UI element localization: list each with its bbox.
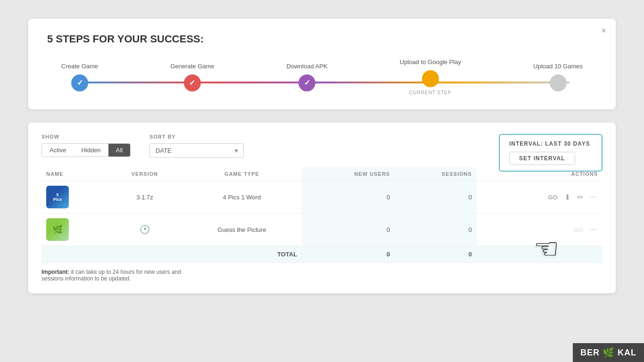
table-row: 5Pics 3.1.7z 4 Pics 1 Word 0 0 GO ⬇ ✏ ··… [41, 181, 603, 214]
row2-actions: GO ··· [477, 214, 603, 246]
row1-game-type: 4 Pics 1 Word [182, 181, 302, 214]
row1-actions-cell: GO ⬇ ✏ ··· [481, 192, 598, 203]
col-game-type: GAME TYPE [182, 167, 302, 181]
row1-go-button[interactable]: GO [546, 193, 559, 202]
main-container: 5 STEPS FOR YOUR SUCCESS: × Create Game … [0, 0, 644, 362]
row2-clock: 🕐 [107, 214, 182, 246]
show-label: SHOW [41, 134, 131, 140]
row1-sessions: 0 [395, 181, 477, 214]
important-label: Important: [41, 269, 69, 275]
close-button[interactable]: × [601, 26, 606, 35]
step-circle-1: ✓ [71, 74, 88, 91]
step-generate-game: Generate Game ✓ [170, 63, 214, 91]
step-download-apk: Download APK ✓ [287, 63, 328, 91]
sort-select[interactable]: DATE NAME VERSION [149, 143, 244, 158]
show-active-button[interactable]: Active [42, 144, 74, 156]
row1-download-button[interactable]: ⬇ [562, 192, 572, 203]
content-area: INTERVAL: LAST 30 DAYS SET INTERVAL SHOW… [28, 123, 616, 293]
show-group: SHOW Active Hidden All [41, 134, 131, 157]
sort-label: SORT BY [149, 134, 244, 140]
total-label: TOTAL [41, 246, 302, 263]
step-circle-3: ✓ [298, 74, 315, 91]
sort-group: SORT BY DATE NAME VERSION ▼ [149, 134, 244, 158]
step-circle-4 [422, 70, 439, 87]
row2-name: 🌿 [41, 214, 107, 246]
show-toggle-group: Active Hidden All [41, 143, 131, 157]
interval-title: INTERVAL: LAST 30 DAYS [509, 140, 592, 147]
col-name: NAME [41, 167, 107, 181]
row1-thumb: 5Pics [46, 186, 69, 208]
clock-icon: 🕐 [140, 225, 150, 234]
col-version: VERSION [107, 167, 182, 181]
watermark: BER 🌿 KAL [573, 343, 644, 362]
interval-box: INTERVAL: LAST 30 DAYS SET INTERVAL [499, 134, 603, 172]
row1-version: 3.1.7z [107, 181, 182, 214]
row2-go-button[interactable]: GO [571, 225, 585, 234]
set-interval-button[interactable]: SET INTERVAL [509, 152, 575, 165]
step-create-game: Create Game ✓ [61, 63, 98, 91]
row2-sessions: 0 [395, 214, 477, 246]
row2-game-type: Guess the Picture [182, 214, 302, 246]
row2-more-button[interactable]: ··· [588, 224, 598, 235]
important-note: Important: it can take up to 24 hours fo… [41, 269, 202, 282]
show-hidden-button[interactable]: Hidden [74, 144, 108, 156]
steps-wrapper: Create Game ✓ Generate Game ✓ Download A… [47, 58, 597, 95]
row1-actions: GO ⬇ ✏ ··· [477, 181, 603, 214]
total-sessions: 0 [395, 246, 477, 263]
steps-row: Create Game ✓ Generate Game ✓ Download A… [52, 58, 592, 95]
show-all-button[interactable]: All [108, 144, 130, 156]
row2-new-users: 0 [302, 214, 395, 246]
watermark-text2: KAL [618, 348, 636, 358]
total-row: TOTAL 0 0 [41, 246, 603, 263]
steps-title: 5 STEPS FOR YOUR SUCCESS: [47, 33, 597, 45]
games-table: NAME VERSION GAME TYPE NEW USERS SESSION… [41, 167, 603, 263]
sort-select-wrapper: DATE NAME VERSION ▼ [149, 143, 244, 158]
row1-new-users: 0 [302, 181, 395, 214]
col-new-users: NEW USERS [302, 167, 395, 181]
step-upload-google-play: Upload to Google Play CURRENT STEP [400, 58, 461, 95]
total-actions [477, 246, 603, 263]
table-row: 🌿 🕐 Guess the Picture 0 0 GO ··· [41, 214, 603, 246]
total-new-users: 0 [302, 246, 395, 263]
steps-card: 5 STEPS FOR YOUR SUCCESS: × Create Game … [28, 19, 616, 109]
row1-name: 5Pics [41, 181, 107, 214]
step-circle-2: ✓ [184, 74, 201, 91]
watermark-text1: BER [580, 348, 600, 358]
step-circle-5 [550, 74, 567, 91]
watermark-leaf-icon: 🌿 [603, 347, 615, 358]
row2-actions-cell: GO ··· [481, 224, 598, 235]
row2-thumb: 🌿 [46, 218, 69, 241]
col-sessions: SESSIONS [395, 167, 477, 181]
row1-more-button[interactable]: ··· [588, 192, 598, 202]
row1-edit-button[interactable]: ✏ [575, 192, 585, 203]
step-upload-10-games: Upload 10 Games [533, 63, 583, 91]
